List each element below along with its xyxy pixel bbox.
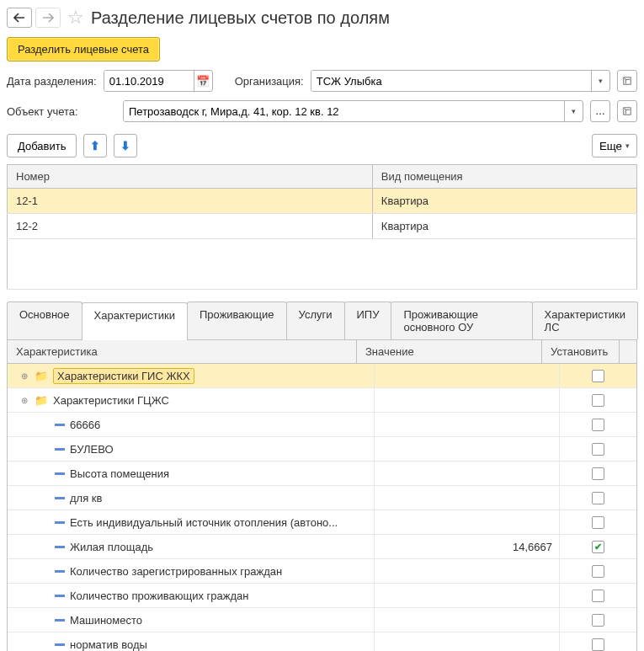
cell-number[interactable]: 12-1	[8, 189, 373, 214]
checkbox[interactable]	[592, 590, 604, 602]
char-row[interactable]: для кв	[8, 486, 636, 510]
table-row[interactable]: 12-1Квартира	[8, 189, 637, 214]
char-value[interactable]	[374, 486, 559, 510]
char-value[interactable]	[374, 462, 559, 485]
nav-back-button[interactable]	[7, 8, 32, 28]
col-number[interactable]: Номер	[8, 165, 373, 189]
char-set-cell[interactable]	[559, 364, 636, 387]
cell-number[interactable]: 12-2	[8, 214, 373, 239]
favorite-star-icon[interactable]: ☆	[67, 7, 84, 29]
char-row[interactable]: 66666	[8, 413, 636, 437]
char-row[interactable]: БУЛЕВО	[8, 437, 636, 462]
tab-1[interactable]: Характеристики	[82, 302, 188, 340]
table-row[interactable]: 12-2Квартира	[8, 214, 637, 239]
char-row[interactable]: ⊕📁Характеристики ГИС ЖКХ	[8, 364, 636, 388]
char-row[interactable]: Высота помещения	[8, 462, 636, 486]
char-value[interactable]	[374, 584, 559, 607]
char-row[interactable]: Машиноместо	[8, 608, 636, 632]
char-row[interactable]: Количество проживающих граждан	[8, 584, 636, 608]
folder-icon: 📁	[35, 394, 48, 407]
checkbox[interactable]	[592, 492, 604, 504]
char-row[interactable]: ⊕📁Характеристики ГЦЖС	[8, 388, 636, 413]
org-field[interactable]: ▾	[311, 70, 610, 92]
obj-select-button[interactable]: …	[590, 100, 610, 122]
more-button[interactable]: Еще ▾	[592, 134, 637, 157]
add-button[interactable]: Добавить	[7, 134, 77, 157]
accounts-toolbar: Добавить ⬆ ⬇ Еще ▾	[7, 134, 637, 157]
char-value[interactable]	[374, 510, 559, 534]
move-up-button[interactable]: ⬆	[83, 134, 107, 157]
checkbox[interactable]	[592, 467, 604, 480]
dropdown-icon[interactable]: ▾	[591, 71, 609, 91]
checkbox[interactable]	[592, 370, 604, 382]
calendar-icon[interactable]: 📅	[194, 71, 212, 91]
split-accounts-button[interactable]: Разделить лицевые счета	[7, 37, 160, 61]
char-set-cell[interactable]	[559, 413, 636, 436]
char-label: Машиноместо	[70, 614, 142, 627]
item-icon	[55, 472, 65, 475]
obj-label: Объект учета:	[7, 105, 116, 118]
char-value[interactable]: 14,6667	[374, 535, 559, 558]
char-value[interactable]	[374, 632, 559, 651]
checkbox[interactable]	[592, 394, 604, 407]
char-set-cell[interactable]	[559, 584, 636, 607]
nav-forward-button[interactable]	[35, 8, 61, 28]
org-open-button[interactable]	[617, 70, 637, 92]
tab-bar: ОсновноеХарактеристикиПроживающиеУслугиИ…	[7, 301, 637, 340]
col-type[interactable]: Вид помещения	[372, 165, 636, 189]
checkbox[interactable]	[592, 638, 604, 651]
char-row[interactable]: норматив воды	[8, 632, 636, 651]
char-set-cell[interactable]	[559, 388, 636, 412]
item-icon	[55, 521, 65, 524]
tab-6[interactable]: Характеристики ЛС	[532, 301, 638, 339]
checkbox[interactable]	[592, 565, 604, 578]
dropdown-icon[interactable]: ▾	[564, 101, 583, 121]
char-row[interactable]: Количество зарегистрированных граждан	[8, 559, 636, 584]
obj-open-button[interactable]	[617, 100, 637, 122]
char-value[interactable]	[374, 559, 559, 583]
char-label: Характеристики ГИС ЖКХ	[53, 368, 194, 384]
expand-icon[interactable]: ⊕	[19, 371, 29, 381]
obj-input[interactable]	[124, 101, 564, 121]
item-icon	[55, 546, 65, 548]
move-down-button[interactable]: ⬇	[114, 134, 137, 157]
char-rows[interactable]: ⊕📁Характеристики ГИС ЖКХ⊕📁Характеристики…	[8, 364, 636, 651]
checkbox[interactable]	[592, 443, 604, 456]
org-input[interactable]	[311, 71, 591, 91]
expand-icon[interactable]: ⊕	[19, 396, 29, 405]
cell-type[interactable]: Квартира	[372, 189, 636, 214]
date-input[interactable]	[104, 71, 194, 91]
tab-4[interactable]: ИПУ	[344, 301, 392, 339]
checkbox[interactable]	[592, 541, 604, 553]
char-label: Высота помещения	[70, 467, 169, 480]
col-val[interactable]: Значение	[357, 340, 542, 363]
char-value[interactable]	[374, 364, 559, 387]
tab-3[interactable]: Услуги	[286, 301, 345, 339]
char-row[interactable]: Жилая площадь14,6667	[8, 535, 636, 559]
date-field[interactable]: 📅	[104, 70, 213, 92]
tab-5[interactable]: Проживающие основного ОУ	[391, 301, 532, 339]
char-value[interactable]	[374, 437, 559, 461]
checkbox[interactable]	[592, 419, 604, 431]
char-value[interactable]	[374, 388, 559, 412]
char-set-cell[interactable]	[559, 559, 636, 583]
char-set-cell[interactable]	[559, 510, 636, 534]
cell-type[interactable]: Квартира	[372, 214, 636, 239]
char-label: 66666	[70, 419, 100, 431]
col-set[interactable]: Установить	[542, 340, 620, 363]
char-set-cell[interactable]	[559, 608, 636, 632]
tab-0[interactable]: Основное	[7, 301, 82, 339]
obj-field[interactable]: ▾	[123, 100, 583, 122]
char-set-cell[interactable]	[559, 535, 636, 558]
char-set-cell[interactable]	[559, 632, 636, 651]
char-set-cell[interactable]	[559, 437, 636, 461]
tab-2[interactable]: Проживающие	[187, 301, 287, 339]
char-set-cell[interactable]	[559, 486, 636, 510]
char-row[interactable]: Есть индивидуальный источник отопления (…	[8, 510, 636, 535]
col-char[interactable]: Характеристика	[8, 340, 357, 363]
checkbox[interactable]	[592, 614, 604, 627]
char-value[interactable]	[374, 413, 559, 436]
char-set-cell[interactable]	[559, 462, 636, 485]
char-value[interactable]	[374, 608, 559, 632]
checkbox[interactable]	[592, 516, 604, 529]
